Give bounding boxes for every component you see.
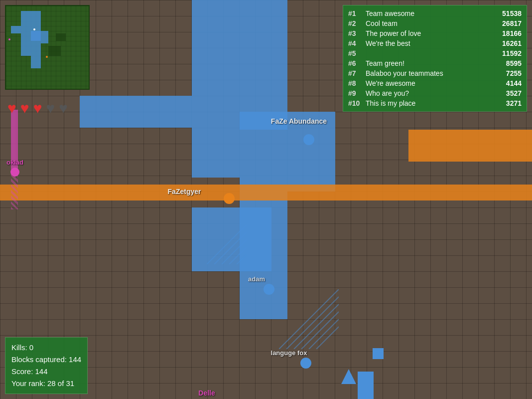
small-square-1 (373, 348, 384, 359)
orange-territory-2 (0, 185, 532, 200)
leaderboard-row-1: #1 Team awesome 51538 (348, 8, 522, 18)
player-dot-oklad (10, 168, 19, 177)
leaderboard-team: The power of love (363, 29, 502, 37)
leaderboard-team: Cool team (363, 19, 502, 27)
leaderboard-rank: #6 (348, 59, 363, 67)
small-triangle-1 (341, 369, 356, 384)
leaderboard-score: 26817 (502, 19, 522, 27)
leaderboard-team: Who are you? (363, 89, 506, 97)
leaderboard-rank: #9 (348, 89, 363, 97)
blocks-value: 144 (69, 355, 81, 364)
player-label-oklad: oklad (6, 159, 23, 166)
leaderboard-team: Team awesome (363, 9, 502, 17)
leaderboard-rank: #4 (348, 39, 363, 47)
svg-line-7 (294, 304, 339, 349)
leaderboard-rank: #2 (348, 19, 363, 27)
player-dot-languge-fox (300, 358, 311, 369)
stats-rank: Your rank: 28 of 31 (11, 378, 81, 390)
svg-line-8 (301, 312, 339, 349)
leaderboard-row-10: #10 This is my place 3271 (348, 98, 522, 108)
leaderboard-team: We're the best (363, 39, 502, 47)
kills-label: Kills: (11, 343, 27, 352)
leaderboard-team: Team green! (363, 59, 506, 67)
leaderboard-rank: #10 (348, 99, 363, 107)
leaderboard-rank: #8 (348, 79, 363, 87)
player-dot-adam (264, 284, 274, 295)
trail-svg-1 (207, 224, 247, 264)
leaderboard-score: 16261 (502, 39, 522, 47)
leaderboard-row-6: #6 Team green! 8595 (348, 58, 522, 68)
minimap (5, 5, 90, 90)
blue-territory-1 (192, 0, 287, 130)
heart-1: ♥ (7, 100, 16, 117)
kills-value: 0 (29, 343, 33, 352)
leaderboard-team: We're awesome (363, 79, 506, 87)
orange-territory-1 (408, 130, 532, 162)
svg-line-9 (309, 319, 339, 349)
stats-kills: Kills: 0 (11, 342, 81, 354)
stats-score: Score: 144 (11, 366, 81, 378)
score-label: Score: (11, 367, 33, 376)
svg-line-2 (222, 239, 247, 264)
svg-line-0 (207, 224, 247, 264)
stats-blocks: Blocks captured: 144 (11, 354, 81, 366)
leaderboard-row-4: #4 We're the best 16261 (348, 38, 522, 48)
heart-4: ♥ (46, 100, 55, 117)
leaderboard-row-3: #3 The power of love 18166 (348, 28, 522, 38)
svg-line-6 (286, 297, 339, 349)
player-label-delle: Delle (198, 389, 215, 397)
rank-label: Your rank: (11, 379, 45, 388)
trail-svg-2 (279, 289, 339, 349)
player-label-languge-fox: languge fox (271, 349, 307, 357)
leaderboard-score: 7255 (506, 69, 522, 77)
blue-territory-2 (192, 130, 240, 178)
player-label-adam: adam (248, 275, 265, 283)
leaderboard-score: 3271 (506, 99, 522, 107)
hearts-container: ♥ ♥ ♥ ♥ ♥ (7, 100, 68, 117)
player-dot-fazetgyer (224, 193, 235, 204)
leaderboard-row-5: #5 11592 (348, 48, 522, 58)
leaderboard-score: 8595 (506, 59, 522, 67)
leaderboard-row-8: #8 We're awesome 4144 (348, 78, 522, 88)
leaderboard-score: 51538 (502, 9, 522, 17)
blocks-label: Blocks captured: (11, 355, 67, 364)
heart-5: ♥ (59, 100, 68, 117)
leaderboard-score: 3527 (506, 89, 522, 97)
player-label-faze-abundance: FaZe Abundance (271, 117, 327, 125)
rank-value: 28 of 31 (47, 379, 74, 388)
score-value: 144 (35, 367, 48, 376)
leaderboard-team: Balaboo your teammates (363, 69, 506, 77)
leaderboard-team: This is my place (363, 99, 506, 107)
leaderboard: #1 Team awesome 51538 #2 Cool team 26817… (343, 5, 527, 112)
leaderboard-rank: #7 (348, 69, 363, 77)
stats-panel: Kills: 0 Blocks captured: 144 Score: 144… (5, 337, 88, 394)
heart-3: ♥ (33, 100, 42, 117)
minimap-inner (6, 6, 89, 89)
leaderboard-row-9: #9 Who are you? 3527 (348, 88, 522, 98)
player-dot-faze-abundance (303, 134, 314, 145)
leaderboard-score: 11592 (502, 49, 522, 57)
small-shape-3 (358, 384, 374, 399)
player-label-fazetgyer: FaZetgyer (168, 188, 201, 196)
leaderboard-score: 4144 (506, 79, 522, 87)
leaderboard-row-2: #2 Cool team 26817 (348, 18, 522, 28)
leaderboard-score: 18166 (502, 29, 522, 37)
svg-line-3 (229, 247, 247, 264)
leaderboard-rank: #3 (348, 29, 363, 37)
leaderboard-rank: #1 (348, 9, 363, 17)
blue-territory-6 (80, 96, 192, 128)
leaderboard-rank: #5 (348, 49, 363, 57)
svg-line-5 (279, 289, 339, 349)
heart-2: ♥ (20, 100, 29, 117)
leaderboard-row-7: #7 Balaboo your teammates 7255 (348, 68, 522, 78)
